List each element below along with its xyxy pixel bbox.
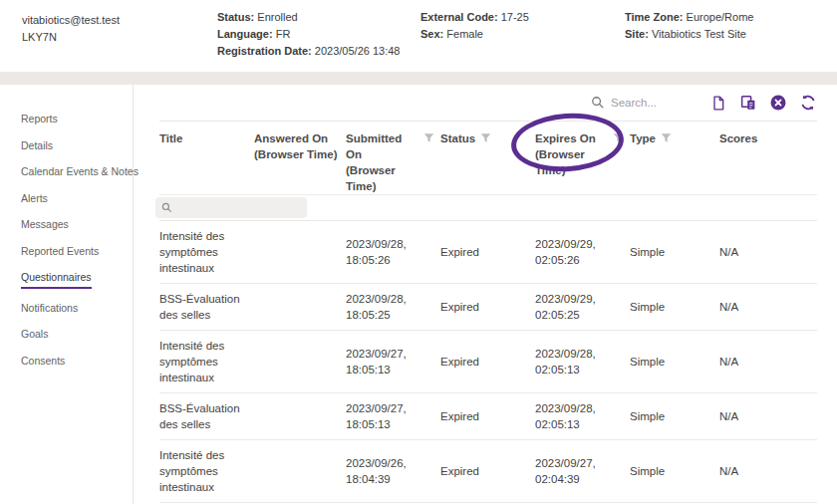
column-header-submitted-on[interactable]: Submitted On(Browser Time) — [346, 130, 440, 194]
status-field: Status: Enrolled — [217, 9, 420, 26]
search-box[interactable] — [591, 96, 683, 110]
external-code-value: 17-25 — [501, 11, 529, 23]
filter-icon[interactable] — [480, 132, 491, 143]
language-label: Language: — [217, 28, 273, 40]
column-header-answered-on[interactable]: Answered On(Browser Time) — [254, 130, 346, 194]
cell-submitted-on: 2023/09/28, 18:05:26 — [346, 236, 440, 268]
sidebar-item-calendar-events-notes[interactable]: Calendar Events & Notes — [21, 163, 133, 179]
cell-status: Expired — [440, 354, 535, 370]
cell-type: Simple — [630, 354, 719, 370]
site-field: Site: Vitabiotics Test Site — [625, 26, 837, 43]
cell-type: Simple — [630, 408, 719, 424]
copy-button[interactable] — [738, 94, 757, 113]
search-icon — [161, 202, 172, 213]
cell-status: Expired — [440, 299, 535, 315]
content-area: Reports Details Calendar Events & Notes … — [0, 85, 837, 504]
new-document-button[interactable] — [708, 94, 727, 113]
cell-submitted-on: 2023/09/28, 18:05:25 — [346, 291, 440, 323]
patient-identity: vitabiotics@test.test LKY7N — [22, 9, 217, 72]
column-header-scores[interactable]: Scores — [719, 130, 817, 194]
cell-title: Intensité des symptômes intestinaux — [159, 228, 254, 276]
sidebar-item-reported-events[interactable]: Reported Events — [21, 243, 133, 259]
page: vitabiotics@test.test LKY7N Status: Enro… — [0, 0, 837, 504]
cell-status: Expired — [440, 463, 535, 479]
column-header-type[interactable]: Type — [630, 130, 719, 194]
cell-scores: N/A — [719, 244, 817, 260]
cell-submitted-on: 2023/09/26, 18:04:39 — [346, 455, 440, 487]
patient-info-col3: Time Zone: Europe/Rome Site: Vitabiotics… — [625, 9, 837, 72]
table-row[interactable]: Intensité des symptômes intestinaux 2023… — [159, 221, 817, 284]
timezone-label: Time Zone: — [625, 11, 683, 23]
column-label: Scores — [719, 132, 757, 144]
patient-header: vitabiotics@test.test LKY7N Status: Enro… — [0, 0, 837, 72]
sex-field: Sex: Female — [420, 26, 625, 43]
sex-value: Female — [446, 28, 483, 40]
sidebar-item-label: Goals — [21, 326, 48, 342]
search-input[interactable] — [611, 97, 683, 109]
site-label: Site: — [625, 28, 649, 40]
column-label: Answered On — [254, 132, 328, 144]
title-filter-cell — [159, 197, 254, 218]
column-header-status[interactable]: Status — [440, 130, 535, 194]
sidebar-item-questionnaires[interactable]: Questionnaires — [21, 269, 133, 289]
cell-status: Expired — [440, 408, 535, 424]
filter-icon[interactable] — [423, 132, 434, 143]
column-label: Expires On — [535, 132, 596, 144]
cell-submitted-on: 2023/09/27, 18:05:13 — [346, 400, 440, 432]
title-filter-box[interactable] — [155, 197, 307, 218]
column-header-expires-on[interactable]: Expires On(Browser Time) — [535, 130, 630, 194]
sidebar-item-reports[interactable]: Reports — [21, 111, 133, 126]
sidebar-item-label: Messages — [21, 216, 69, 232]
timezone-value: Europe/Rome — [687, 11, 754, 23]
subject-code: LKY7N — [22, 29, 217, 45]
refresh-icon — [799, 94, 817, 112]
refresh-button[interactable] — [798, 94, 817, 113]
filter-icon[interactable] — [613, 132, 624, 143]
registration-date-field: Registration Date: 2023/05/26 13:48 — [217, 43, 420, 60]
sidebar-item-label: Reported Events — [21, 243, 99, 259]
new-document-icon — [710, 95, 726, 112]
sidebar-item-details[interactable]: Details — [21, 137, 133, 153]
table-header-row: Title Answered On(Browser Time) Submitte… — [159, 122, 817, 194]
cell-expires-on: 2023/09/28, 02:05:13 — [535, 346, 630, 378]
sidebar-item-alerts[interactable]: Alerts — [21, 190, 133, 206]
column-sublabel: (Browser Time) — [346, 164, 396, 192]
status-value: Enrolled — [257, 11, 297, 23]
table-row[interactable]: BSS-Évaluation des selles 2023/09/28, 18… — [159, 284, 817, 331]
sidebar-item-label: Calendar Events & Notes — [21, 163, 139, 179]
timezone-field: Time Zone: Europe/Rome — [625, 9, 837, 26]
toolbar-icons — [708, 94, 817, 113]
table-row[interactable]: Intensité des symptômes intestinaux 2023… — [159, 331, 817, 393]
cell-expires-on: 2023/09/29, 02:05:25 — [535, 291, 630, 323]
clear-button[interactable] — [768, 94, 787, 113]
cell-type: Simple — [630, 244, 719, 260]
cell-title: BSS-Évaluation des selles — [159, 291, 254, 323]
table-toolbar — [159, 85, 817, 122]
sidebar-item-notifications[interactable]: Notifications — [21, 300, 133, 316]
sidebar-item-label: Alerts — [21, 190, 48, 206]
sidebar-item-messages[interactable]: Messages — [21, 216, 133, 232]
sidebar-item-consents[interactable]: Consents — [21, 353, 133, 369]
cell-scores: N/A — [719, 408, 817, 424]
sidebar-item-goals[interactable]: Goals — [21, 326, 133, 342]
cell-scores: N/A — [719, 299, 817, 315]
copy-icon — [739, 94, 757, 112]
title-filter-input[interactable] — [176, 202, 296, 214]
sidebar-item-label: Questionnaires — [21, 269, 92, 289]
table-row[interactable]: Intensité des symptômes intestinaux 2023… — [159, 440, 817, 503]
column-label: Submitted On — [346, 132, 402, 160]
table-filter-row — [159, 194, 817, 221]
site-value: Vitabiotics Test Site — [652, 28, 746, 40]
search-icon — [591, 96, 605, 110]
column-header-title[interactable]: Title — [159, 130, 254, 194]
cell-title: Intensité des symptômes intestinaux — [159, 338, 254, 385]
cell-scores: N/A — [719, 463, 817, 479]
column-sublabel: (Browser Time) — [535, 148, 585, 176]
table-row[interactable]: BSS-Évaluation des selles 2023/09/27, 18… — [159, 393, 817, 440]
filter-icon[interactable] — [661, 132, 672, 143]
external-code-label: External Code: — [420, 11, 498, 23]
sidebar-item-label: Details — [21, 137, 53, 153]
cell-title: Intensité des symptômes intestinaux — [159, 447, 254, 495]
header-divider-band — [0, 72, 837, 85]
registration-date-label: Registration Date: — [217, 45, 312, 57]
